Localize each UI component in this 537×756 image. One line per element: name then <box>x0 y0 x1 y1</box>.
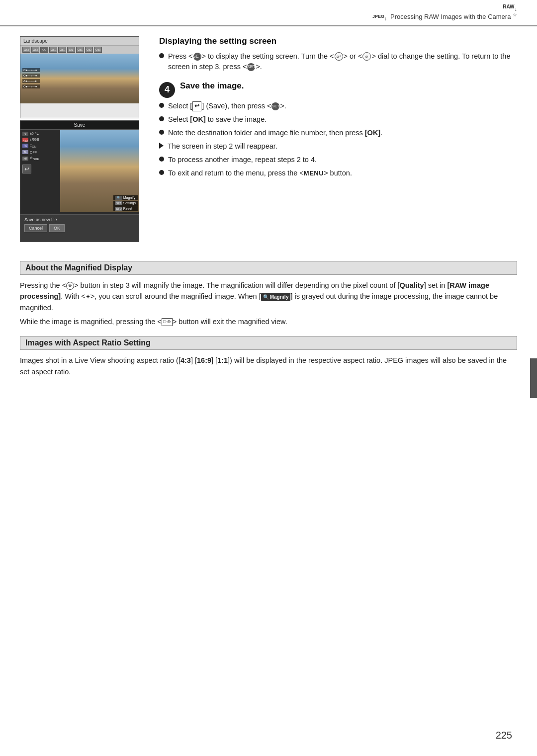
nr-icon: NR <box>22 157 28 161</box>
bullet-triangle-1 <box>159 143 164 149</box>
set-icon: SET <box>115 201 122 205</box>
magnified-body: Pressing the <⊕> button in step 3 will m… <box>20 280 517 313</box>
cam-top-bar: Landscape <box>20 37 139 46</box>
bullet-item-1: Press <SET> to display the setting scree… <box>159 51 517 72</box>
right-accent-bar <box>530 358 537 398</box>
cam-icon: Qs1 <box>76 47 84 53</box>
save-param-exposure: ⚙ ±0 4L <box>22 132 58 136</box>
magnified-body-2: While the image is magnified, pressing t… <box>20 316 517 327</box>
reset-button: INFO Reset <box>113 206 138 211</box>
aspect-body: Images shot in a Live View shooting aspe… <box>20 355 517 377</box>
page-header: RAW↓ JPEG↓ Processing RAW Images with th… <box>0 0 537 26</box>
save-left-panel: ⚙ ±0 4L CAW sRGB PS □ON AL <box>20 130 60 212</box>
settings-label: Settings <box>123 201 136 205</box>
bullet-dot-2 <box>159 116 164 121</box>
save-bullet-text-4: The screen in step 2 will reappear. <box>168 141 277 152</box>
save-bottom-buttons: 🔍 Magnify SET Settings INFO Reset <box>112 194 139 212</box>
magnify-label: Magnify <box>123 196 136 199</box>
bullet-dot-6 <box>159 170 164 175</box>
save-bullet-text-3: Note the destination folder and image fi… <box>168 128 382 138</box>
info-icon: INFO <box>115 207 122 211</box>
cam-left-panel: O●—+—● O●—+—● A●—+—● O●—+—● <box>22 54 40 103</box>
cam-icon: Qs3 <box>22 47 30 53</box>
magnified-heading: About the Magnified Display <box>20 261 517 275</box>
reset-label: Reset <box>123 207 132 210</box>
save-icon-bracket: ↩ <box>192 101 201 111</box>
save-actions: Cancel OK <box>20 223 139 234</box>
save-bullet-6: To exit and return to the menu, press th… <box>159 168 517 178</box>
save-bullet-3: Note the destination folder and image fi… <box>159 128 517 138</box>
save-bullet-text-5: To process another image, repeat steps 2… <box>168 155 317 165</box>
page-number: 225 <box>496 730 512 741</box>
save-bullet-text-6: To exit and return to the menu, press th… <box>168 168 352 178</box>
cam-landscape-image: O●—+—● O●—+—● A●—+—● O●—+—● <box>20 54 139 103</box>
main-dial: ⌀∧ <box>335 52 343 61</box>
ok-button[interactable]: OK <box>49 224 65 232</box>
cam-icon: QM <box>67 47 75 53</box>
magnify-icon-inline: ⊕ <box>66 282 74 290</box>
cam-icon: Qs3 <box>94 47 102 53</box>
save-image-section: 4 Save the image. Select [↩] (Save), the… <box>159 81 517 178</box>
cam-icon: QL <box>40 47 48 53</box>
save-param-wb: CAW sRGB <box>22 138 58 142</box>
cam-icons-row: Qs3 Qs3 QL Qs1 Qs1 QM Qs1 Qs2 Qs3 <box>20 46 139 54</box>
save-image-area: 🔍 Magnify SET Settings INFO Reset <box>60 130 139 212</box>
cam-icon: Qs3 <box>31 47 39 53</box>
exposure-icon: ⚙ <box>22 132 28 136</box>
settings-button: SET Settings <box>113 201 138 206</box>
screenshot-save: Save ⚙ ±0 4L CAW sRGB PS □ON <box>20 120 139 215</box>
exposure-value: ±0 4L <box>30 132 39 135</box>
set-button-symbol: SET <box>193 53 201 61</box>
text-column: Displaying the setting screen Press <SET… <box>159 36 517 242</box>
save-icon-symbol: ↩ <box>24 166 29 172</box>
aspect-ratio-section: Images with Aspect Ratio Setting Images … <box>20 336 517 377</box>
thumbnail-magnify-icon: □·⊕ <box>162 318 173 326</box>
bullet-text-1: Press <SET> to display the setting scree… <box>168 51 517 72</box>
cam-param: O●—+—● <box>22 74 40 78</box>
screenshot-landscape: Landscape Qs3 Qs3 QL Qs1 Qs1 QM Qs1 Qs2 … <box>20 36 139 118</box>
step-circle: 4 <box>159 82 175 98</box>
screenshots-column: Landscape Qs3 Qs3 QL Qs1 Qs1 QM Qs1 Qs2 … <box>20 36 144 242</box>
alc-value: OFF <box>30 151 37 154</box>
magnified-display-section: About the Magnified Display Pressing the… <box>20 261 517 328</box>
save-param-alc: AL OFF <box>22 150 58 154</box>
save-bullet-text-1: Select [↩] (Save), then press <SET>. <box>168 101 286 111</box>
alc-icon: AL <box>22 150 28 154</box>
save-new-label: Save as new file <box>20 215 139 223</box>
cam-param: A●—+—● <box>22 79 40 83</box>
set-btn-inline: SET <box>271 102 279 110</box>
cancel-button[interactable]: Cancel <box>24 224 47 232</box>
wb-value: sRGB <box>30 138 39 141</box>
sub-dial: ⌀ <box>362 52 371 61</box>
cam-param: O●—+—● <box>22 68 40 72</box>
save-heading: Save the image. <box>180 81 244 91</box>
mag-icon: 🔍 <box>263 293 269 301</box>
top-section: Landscape Qs3 Qs3 QL Qs1 Qs1 QM Qs1 Qs2 … <box>20 36 517 242</box>
magnify-button: 🔍 Magnify <box>113 195 138 200</box>
save-file-icon: ↩ <box>22 165 31 173</box>
save-bullet-1: Select [↩] (Save), then press <SET>. <box>159 101 517 111</box>
save-top-bar: Save <box>20 121 139 130</box>
cam-icon: Qs2 <box>85 47 93 53</box>
save-bullet-2: Select [OK] to save the image. <box>159 114 517 125</box>
cam-icon: Qs1 <box>58 47 66 53</box>
menu-label: MENU <box>304 169 324 177</box>
save-param-nr: NR ⊘NRE <box>22 156 58 161</box>
displaying-section: Displaying the setting screen Press <SET… <box>159 36 517 72</box>
save-bullet-5: To process another image, repeat steps 2… <box>159 155 517 165</box>
pstyle-icon: PS <box>22 144 28 148</box>
magnify-inline-icon: 🔍 Magnify <box>261 293 291 302</box>
save-bullets: Select [↩] (Save), then press <SET>. Sel… <box>159 101 517 178</box>
magnify-icon: 🔍 <box>115 196 122 200</box>
displaying-bullets: Press <SET> to display the setting scree… <box>159 51 517 72</box>
asterisk: ☆ <box>513 12 517 17</box>
save-bullet-text-2: Select [OK] to save the image. <box>168 114 267 125</box>
cam-icon: Qs1 <box>49 47 57 53</box>
save-bullet-4: The screen in step 2 will reappear. <box>159 141 517 152</box>
wb-icon: CAW <box>22 138 28 142</box>
set-button-symbol-2: SET <box>247 63 255 71</box>
screenshot-save-new: Save as new file Cancel OK <box>20 215 139 242</box>
bullet-dot-3 <box>159 130 164 135</box>
step-number-area: 4 Save the image. <box>159 81 517 98</box>
scroll-icon: ✦ <box>86 292 90 302</box>
